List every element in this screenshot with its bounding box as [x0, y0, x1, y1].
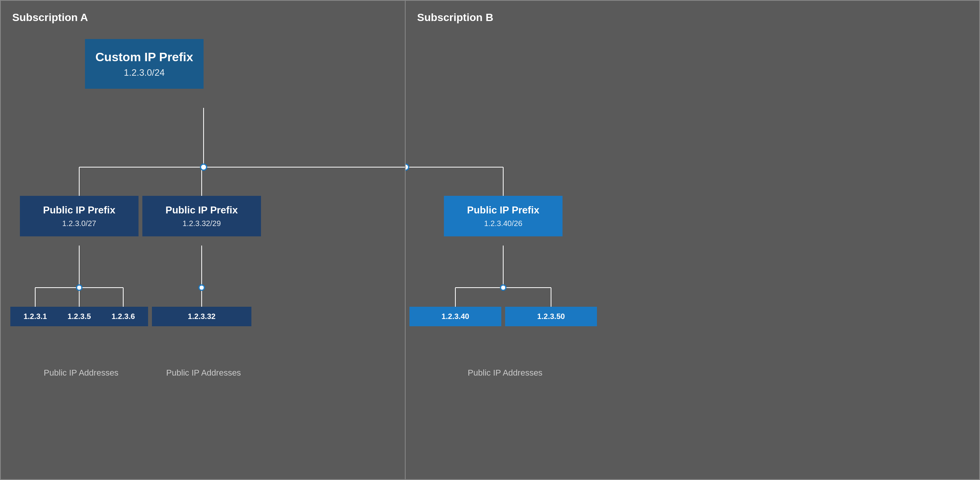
subscription-a-panel: Subscription A [0, 0, 406, 480]
svg-point-16 [406, 164, 409, 170]
custom-ip-prefix-title: Custom IP Prefix [93, 50, 196, 64]
prefix-box-left: Public IP Prefix 1.2.3.0/27 [20, 196, 139, 236]
prefix-left-title: Public IP Prefix [26, 204, 132, 216]
ip-box-right-2: 1.2.3.50 [505, 307, 597, 326]
prefix-center-title: Public IP Prefix [148, 204, 255, 216]
subscription-a-label: Subscription A [12, 11, 88, 24]
svg-point-13 [199, 285, 204, 290]
svg-point-4 [201, 164, 207, 170]
group-label-right: Public IP Addresses [444, 368, 566, 378]
tree-lines-b [406, 1, 979, 479]
prefix-box-right: Public IP Prefix 1.2.3.40/26 [444, 196, 563, 236]
custom-ip-prefix-box: Custom IP Prefix 1.2.3.0/24 [85, 39, 204, 89]
ip-box-center-1: 1.2.3.32 [152, 307, 251, 326]
ip-box-left-1: 1.2.3.1 [10, 307, 60, 326]
custom-ip-prefix-subtitle: 1.2.3.0/24 [93, 67, 196, 78]
group-label-center: Public IP Addresses [142, 368, 265, 378]
prefix-right-title: Public IP Prefix [450, 204, 556, 216]
group-label-left: Public IP Addresses [20, 368, 142, 378]
svg-point-10 [77, 285, 82, 290]
svg-point-21 [501, 285, 506, 290]
prefix-left-subtitle: 1.2.3.0/27 [26, 219, 132, 228]
ip-box-right-1: 1.2.3.40 [409, 307, 501, 326]
prefix-right-subtitle: 1.2.3.40/26 [450, 219, 556, 228]
subscription-b-label: Subscription B [417, 11, 493, 24]
ip-box-left-3: 1.2.3.6 [98, 307, 148, 326]
ip-box-left-2: 1.2.3.5 [54, 307, 104, 326]
subscription-b-panel: Subscription B Public IP Prefix 1.2.3.40… [406, 0, 980, 480]
prefix-box-center: Public IP Prefix 1.2.3.32/29 [142, 196, 261, 236]
prefix-center-subtitle: 1.2.3.32/29 [148, 219, 255, 228]
